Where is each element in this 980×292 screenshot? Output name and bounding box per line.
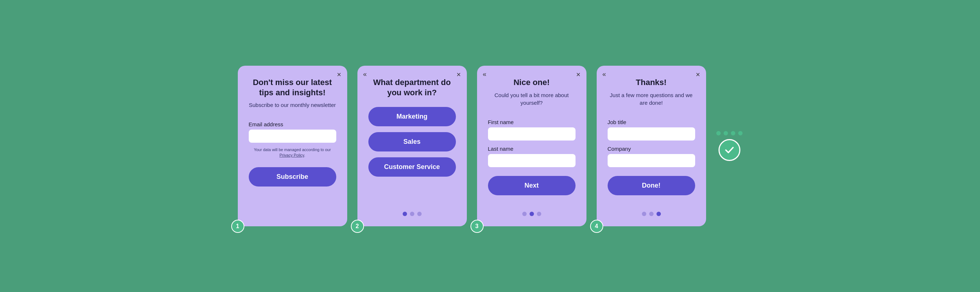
marketing-button[interactable]: Marketing	[368, 107, 456, 126]
completion-checkmark	[719, 139, 740, 161]
step-3-wrapper: « × Nice one! Could you tell a bit more …	[477, 66, 587, 226]
company-label: Company	[608, 146, 695, 152]
jobtitle-label: Job title	[608, 119, 695, 125]
dot-2-1	[402, 212, 407, 216]
step-number-1: 1	[231, 220, 244, 233]
step-number-4: 4	[590, 220, 603, 233]
back-button-4[interactable]: «	[603, 71, 606, 77]
step-4-wrapper: « × Thanks! Just a few more questions an…	[597, 66, 706, 226]
card-1-subtitle: Subscribe to our monthly newsletter	[249, 101, 336, 109]
dot-3-1	[522, 212, 527, 216]
close-button-3[interactable]: ×	[576, 71, 581, 78]
close-button-1[interactable]: ×	[337, 71, 341, 78]
company-input[interactable]	[608, 154, 695, 167]
card-4-title: Thanks!	[608, 77, 695, 88]
dot-3-2	[530, 212, 534, 216]
dot-4-1	[642, 212, 646, 216]
dot-3-3	[537, 212, 541, 216]
firstname-label: First name	[488, 119, 576, 125]
dot-2-2	[410, 212, 414, 216]
close-button-2[interactable]: ×	[457, 71, 461, 78]
email-label: Email address	[249, 121, 336, 128]
done-button[interactable]: Done!	[608, 176, 695, 195]
dot-4-2	[649, 212, 654, 216]
dot-2-3	[417, 212, 422, 216]
lastname-input[interactable]	[488, 154, 576, 167]
card-1-title: Don't miss our latest tips and insights!	[249, 77, 336, 97]
step-number-2: 2	[351, 220, 364, 233]
final-dots	[716, 131, 743, 136]
dot-4-3	[657, 212, 661, 216]
back-button-3[interactable]: «	[483, 71, 487, 77]
final-dot-4	[738, 131, 743, 136]
step-2-wrapper: « × What department do you work in? Mark…	[358, 66, 467, 226]
final-dot-1	[716, 131, 721, 136]
sales-button[interactable]: Sales	[368, 132, 456, 152]
close-button-4[interactable]: ×	[696, 71, 700, 78]
next-button-3[interactable]: Next	[488, 176, 576, 195]
email-input[interactable]	[249, 129, 336, 143]
card-3-subtitle: Could you tell a bit more about yourself…	[488, 91, 576, 107]
card-4: « × Thanks! Just a few more questions an…	[597, 66, 706, 226]
final-dot-3	[731, 131, 735, 136]
card-4-subtitle: Just a few more questions and we are don…	[608, 91, 695, 107]
subscribe-button[interactable]: Subscribe	[249, 167, 336, 187]
step-3-dots	[488, 204, 576, 216]
back-button-2[interactable]: «	[363, 71, 367, 77]
card-2: « × What department do you work in? Mark…	[358, 66, 467, 226]
card-1: × Don't miss our latest tips and insight…	[238, 66, 347, 226]
final-dot-2	[724, 131, 728, 136]
customer-service-button[interactable]: Customer Service	[368, 157, 456, 177]
privacy-note: Your data will be managed according to o…	[249, 147, 336, 158]
step-2-dots	[368, 204, 456, 216]
step-1-wrapper: × Don't miss our latest tips and insight…	[238, 66, 347, 226]
lastname-label: Last name	[488, 146, 576, 152]
card-3: « × Nice one! Could you tell a bit more …	[477, 66, 587, 226]
step-number-3: 3	[471, 220, 484, 233]
step-4-dots	[608, 204, 695, 216]
card-3-title: Nice one!	[488, 77, 576, 88]
privacy-policy-link[interactable]: Privacy Policy	[279, 153, 304, 157]
firstname-input[interactable]	[488, 128, 576, 140]
card-2-title: What department do you work in?	[368, 77, 456, 97]
completion-area	[716, 131, 743, 161]
jobtitle-input[interactable]	[608, 128, 695, 140]
